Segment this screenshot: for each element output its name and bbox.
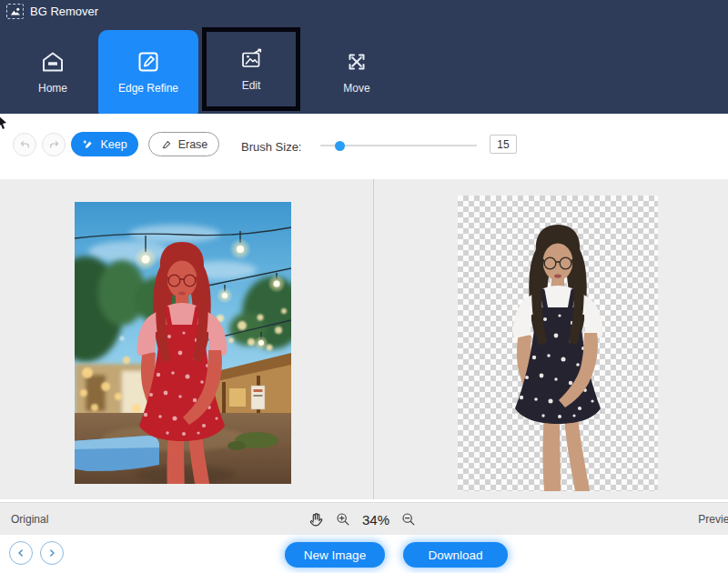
hand-pan-icon[interactable] [308, 511, 324, 528]
chevron-right-icon [47, 548, 56, 558]
app-logo-icon [6, 4, 24, 19]
tab-move-label: Move [343, 82, 369, 95]
undo-icon [19, 139, 31, 151]
new-image-button[interactable]: New Image [285, 542, 385, 568]
zoom-in-icon[interactable] [336, 512, 350, 527]
zoom-controls: 34% [308, 503, 416, 536]
brush-keep-icon [82, 138, 95, 151]
move-arrows-icon [345, 50, 369, 74]
statusbar: Original 34% Preview [0, 502, 728, 536]
tab-edit-label: Edit [242, 79, 261, 92]
preview-image-canvas[interactable] [458, 196, 658, 491]
tab-home-label: Home [38, 82, 67, 95]
zoom-out-icon[interactable] [401, 512, 416, 527]
footer: New Image Download [0, 535, 728, 573]
zoom-level: 34% [362, 512, 389, 528]
download-button[interactable]: Download [403, 542, 508, 568]
brush-size-label: Brush Size: [241, 114, 301, 179]
edit-image-icon [239, 47, 263, 71]
erase-button-label: Erase [178, 138, 208, 151]
toolbar: Keep Erase Brush Size: 15 [0, 114, 728, 179]
keep-button-label: Keep [100, 138, 126, 151]
bg-remover-app: BG Remover Home Edge Refine Edit Move [0, 0, 728, 573]
erase-button[interactable]: Erase [148, 132, 219, 156]
redo-icon [48, 139, 60, 151]
mouse-cursor [0, 116, 8, 134]
brush-erase-icon [160, 138, 173, 151]
edge-refine-pen-icon [136, 50, 160, 74]
cutout-person [458, 196, 658, 491]
previous-image-button[interactable] [9, 541, 33, 565]
original-panel-label: Original [11, 503, 48, 536]
slider-thumb[interactable] [335, 141, 345, 151]
next-image-button[interactable] [40, 541, 64, 565]
canvas-area [0, 179, 728, 499]
redo-button[interactable] [42, 133, 66, 156]
titlebar: BG Remover [6, 4, 98, 19]
tab-edge-refine-label: Edge Refine [118, 82, 178, 95]
keep-button[interactable]: Keep [71, 132, 138, 156]
brush-size-slider[interactable] [320, 136, 477, 155]
home-icon [41, 50, 65, 74]
panel-divider [373, 179, 374, 499]
tab-home[interactable]: Home [9, 30, 96, 114]
tab-edit[interactable]: Edit [202, 27, 300, 111]
tab-edge-refine[interactable]: Edge Refine [98, 30, 198, 114]
app-title: BG Remover [30, 5, 98, 18]
header: BG Remover Home Edge Refine Edit Move [0, 0, 728, 114]
brush-size-value[interactable]: 15 [490, 135, 517, 154]
tab-move[interactable]: Move [309, 30, 404, 114]
undo-button[interactable] [13, 133, 36, 156]
original-image-canvas[interactable] [75, 202, 291, 484]
chevron-left-icon [16, 548, 25, 558]
preview-panel-label: Preview [698, 503, 728, 536]
